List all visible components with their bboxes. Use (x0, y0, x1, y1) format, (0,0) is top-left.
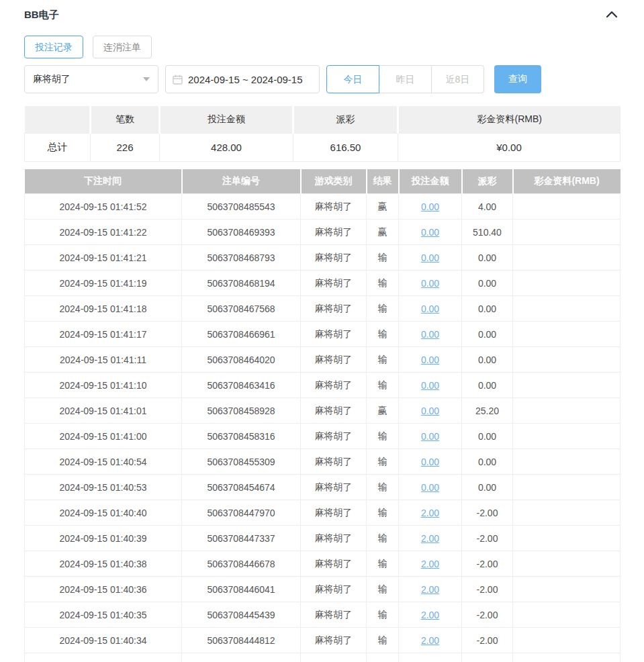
bet-amount-link[interactable]: 0.00 (421, 457, 439, 467)
table-row: 2024-09-15 01:40:385063708446678麻将胡了输2.0… (25, 551, 620, 577)
bonus-cell (513, 577, 620, 602)
game-type-cell: 麻将胡了 (301, 628, 367, 653)
summary-total-payout: 616.50 (293, 133, 398, 161)
game-type-cell: 麻将胡了 (301, 220, 367, 245)
quick-range-yesterday[interactable]: 昨日 (379, 65, 432, 93)
payout-cell: 0.00 (462, 449, 513, 475)
bet-time-cell: 2024-09-15 01:41:52 (25, 194, 182, 220)
bet-amount-link[interactable]: 0.00 (421, 329, 439, 340)
order-number-cell: 5063708458316 (182, 424, 301, 449)
result-cell: 输 (367, 577, 399, 602)
table-row: 2024-09-15 01:40:365063708446041麻将胡了输2.0… (25, 577, 620, 602)
order-number-cell: 5063708469393 (182, 220, 301, 245)
game-type-cell: 麻将胡了 (301, 551, 367, 577)
table-row: 2024-09-15 01:40:395063708447337麻将胡了输2.0… (25, 526, 620, 551)
bet-amount-link[interactable]: 2.00 (421, 508, 439, 518)
payout-cell: 0.00 (462, 322, 513, 347)
bonus-cell (513, 322, 620, 347)
empty-cell (462, 653, 513, 662)
date-range-input[interactable]: 2024-09-15 ~ 2024-09-15 (165, 65, 320, 93)
result-cell: 赢 (367, 398, 399, 424)
bet-amount-cell: 0.00 (399, 398, 462, 424)
quick-range-group: 今日 昨日 近8日 (326, 65, 484, 93)
quick-range-last8days[interactable]: 近8日 (431, 65, 484, 93)
bet-amount-link[interactable]: 0.00 (421, 252, 439, 263)
header-bonus: 彩金资料(RMB) (513, 169, 620, 194)
panel-header: BB电子 (24, 0, 620, 30)
payout-cell: 0.00 (462, 347, 513, 373)
payout-cell: -2.00 (462, 500, 513, 526)
bet-time-cell: 2024-09-15 01:40:35 (25, 602, 182, 628)
order-number-cell: 5063708468194 (182, 271, 301, 296)
payout-cell: 0.00 (462, 296, 513, 322)
bet-amount-link[interactable]: 0.00 (421, 482, 439, 493)
order-number-cell: 5063708466961 (182, 322, 301, 347)
bonus-cell (513, 373, 620, 398)
result-cell: 赢 (367, 220, 399, 245)
game-select[interactable]: 麻将胡了 (24, 65, 158, 93)
tab-cancelled-orders[interactable]: 连消注单 (93, 36, 152, 58)
bet-amount-link[interactable]: 2.00 (421, 610, 439, 620)
bet-amount-cell: 2.00 (399, 628, 462, 653)
table-row: 2024-09-15 01:41:215063708468793麻将胡了输0.0… (25, 245, 620, 271)
table-row: 2024-09-15 01:41:015063708458928麻将胡了赢0.0… (25, 398, 620, 424)
game-type-cell: 麻将胡了 (301, 602, 367, 628)
bet-amount-link[interactable]: 0.00 (421, 380, 439, 391)
bet-amount-link[interactable]: 2.00 (421, 635, 439, 646)
tab-bet-records[interactable]: 投注记录 (24, 36, 83, 58)
bet-amount-link[interactable]: 0.00 (421, 278, 439, 289)
bonus-cell (513, 500, 620, 526)
game-type-cell: 麻将胡了 (301, 322, 367, 347)
result-cell: 输 (367, 245, 399, 271)
bet-time-cell: 2024-09-15 01:41:11 (25, 347, 182, 373)
bet-amount-link[interactable]: 0.00 (421, 406, 439, 416)
game-select-value: 麻将胡了 (33, 73, 71, 85)
bet-time-cell: 2024-09-15 01:41:00 (25, 424, 182, 449)
result-cell: 赢 (367, 194, 399, 220)
result-cell: 输 (367, 271, 399, 296)
bet-amount-link[interactable]: 2.00 (421, 533, 439, 544)
bet-amount-link[interactable]: 2.00 (421, 584, 439, 595)
bet-time-cell: 2024-09-15 01:41:22 (25, 220, 182, 245)
bonus-cell (513, 194, 620, 220)
result-cell: 输 (367, 475, 399, 500)
summary-header-empty (25, 106, 91, 133)
result-cell: 输 (367, 296, 399, 322)
bet-amount-link[interactable]: 0.00 (421, 303, 439, 314)
header-result: 结果 (367, 169, 399, 194)
summary-total-count: 226 (91, 133, 160, 161)
summary-header-count: 笔数 (91, 106, 160, 133)
payout-cell: -2.00 (462, 628, 513, 653)
result-cell: 输 (367, 373, 399, 398)
order-number-cell: 5063708468793 (182, 245, 301, 271)
bonus-cell (513, 271, 620, 296)
bet-amount-link[interactable]: 0.00 (421, 354, 439, 365)
bet-time-cell: 2024-09-15 01:41:10 (25, 373, 182, 398)
query-button[interactable]: 查询 (494, 65, 541, 93)
game-type-cell: 麻将胡了 (301, 500, 367, 526)
table-row: 2024-09-15 01:40:405063708447970麻将胡了输2.0… (25, 500, 620, 526)
calendar-icon (173, 75, 183, 85)
collapse-panel-button[interactable] (604, 7, 620, 23)
bet-amount-link[interactable]: 2.00 (421, 559, 439, 569)
bet-time-cell: 2024-09-15 01:40:36 (25, 577, 182, 602)
bet-time-cell: 2024-09-15 01:41:21 (25, 245, 182, 271)
game-type-cell: 麻将胡了 (301, 526, 367, 551)
table-row: 2024-09-15 01:41:115063708464020麻将胡了输0.0… (25, 347, 620, 373)
records-table: 下注时间 注单编号 游戏类别 结果 投注金额 派彩 彩金资料(RMB) 2024… (24, 169, 620, 662)
table-row: 2024-09-15 01:40:535063708454674麻将胡了输0.0… (25, 475, 620, 500)
order-number-cell: 5063708464020 (182, 347, 301, 373)
bet-time-cell: 2024-09-15 01:41:17 (25, 322, 182, 347)
bet-amount-link[interactable]: 0.00 (421, 227, 439, 238)
empty-cell (513, 653, 620, 662)
bet-amount-cell: 0.00 (399, 424, 462, 449)
bet-amount-link[interactable]: 0.00 (421, 431, 439, 442)
game-type-cell: 麻将胡了 (301, 347, 367, 373)
game-type-cell: 麻将胡了 (301, 398, 367, 424)
bet-amount-link[interactable]: 0.00 (421, 201, 439, 212)
empty-cell (399, 653, 462, 662)
summary-total-bet-amount: 428.00 (160, 133, 293, 161)
quick-range-today[interactable]: 今日 (326, 65, 379, 93)
bonus-cell (513, 551, 620, 577)
table-row: 2024-09-15 01:41:175063708466961麻将胡了输0.0… (25, 322, 620, 347)
